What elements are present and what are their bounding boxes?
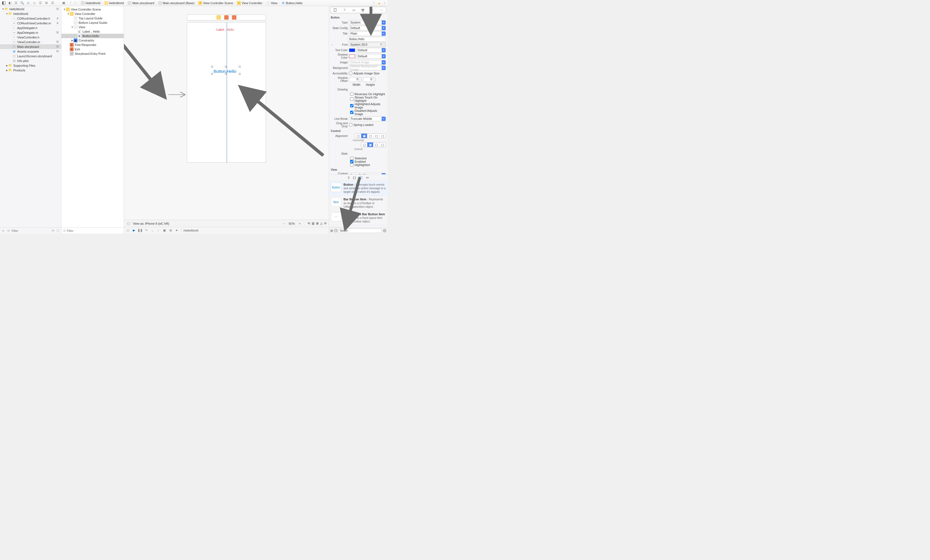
breadcrumb[interactable]: HelloWorld〉HelloWorld〉Main.storyboard〉Ma… (80, 0, 303, 6)
control-state-option[interactable]: Highlighted (350, 163, 386, 166)
step-out-icon[interactable]: ↑ (156, 228, 160, 233)
continue-icon[interactable]: ▶ (132, 228, 136, 233)
object-lib-icon[interactable]: ◯ (359, 176, 363, 179)
background-dropdown[interactable]: Default Background Image (349, 66, 386, 70)
navigator-report-icon[interactable]: ☰ (50, 1, 55, 5)
nav-row[interactable]: ▼📁HelloWorld (0, 11, 61, 16)
resolve-icon[interactable]: △ (320, 222, 322, 225)
nav-row[interactable]: mViewController.mM (0, 40, 61, 44)
nav-row[interactable]: ▶📁Products (0, 68, 61, 72)
attributes-inspector-icon[interactable] (360, 8, 366, 12)
navigator-breakpoints-icon[interactable]: ⧉ (44, 1, 49, 5)
pin-icon[interactable]: ⊞ (316, 222, 319, 225)
outline-row[interactable]: LLabel，Hello (62, 29, 124, 34)
title-dropdown[interactable]: Plain (349, 31, 386, 36)
type-dropdown[interactable]: System (349, 20, 386, 25)
help-inspector-icon[interactable]: ? (341, 8, 347, 12)
outline-row[interactable]: Bottom Layout Guide (62, 20, 124, 25)
navigator-filter-input[interactable] (12, 229, 50, 232)
line-break-dropdown[interactable]: Truncate Middle (349, 117, 386, 121)
control-state-option[interactable]: Enabled (350, 160, 386, 163)
nav-row[interactable]: hCDRootViewController.hA (0, 16, 61, 21)
outline-filter-input[interactable] (67, 229, 122, 232)
scene-device[interactable]: Label，Hello Button,Hello (187, 14, 266, 163)
breadcrumb-item[interactable]: Main.storyboard (128, 1, 154, 5)
debug-view-icon[interactable]: ▣ (162, 228, 166, 233)
update-frames-icon[interactable]: ⟳ (324, 222, 326, 225)
library-item[interactable]: ItemBar Button Item - Represents an item… (329, 195, 388, 210)
canvas-button[interactable]: Button,Hello (214, 69, 236, 74)
library-search-input[interactable] (339, 229, 382, 233)
adjusts-image-size-checkbox[interactable] (349, 72, 353, 75)
filter-icon[interactable]: ⊝ (6, 229, 11, 233)
media-lib-icon[interactable]: ▭ (366, 176, 369, 179)
library-item[interactable]: ┄┄Fixed Space Bar Button Item - Represen… (329, 210, 388, 225)
outline-row[interactable]: ▼View Controller (62, 12, 124, 16)
nav-row[interactable]: mAppDelegate.mM (0, 30, 61, 35)
scene-header[interactable] (187, 14, 266, 20)
shadow-color-dropdown[interactable]: Default (356, 54, 386, 58)
file-inspector-icon[interactable] (332, 8, 338, 12)
related-items-icon[interactable]: ▦ (62, 1, 66, 5)
library-scope-icon[interactable]: ◐ (334, 229, 338, 232)
breadcrumb-item[interactable]: Main.storyboard (Base) (158, 1, 194, 5)
library-item[interactable]: ButtonButton - Intercepts touch events a… (329, 181, 388, 195)
outline-row[interactable]: ⎋Exit (62, 47, 124, 51)
breadcrumb-item[interactable]: View (266, 1, 277, 5)
zoom-in-icon[interactable]: + (297, 222, 302, 226)
step-in-icon[interactable]: ↓ (150, 228, 154, 233)
shadow-height-stepper[interactable]: 0 (363, 77, 376, 82)
add-icon[interactable]: + (1, 229, 5, 233)
outline-row[interactable]: ▶▦Constraints (62, 38, 124, 43)
recent-filter-icon[interactable]: ◔ (51, 229, 55, 233)
first-responder-icon[interactable] (224, 15, 229, 20)
nav-back-icon[interactable]: 〈 (68, 1, 72, 5)
breadcrumb-item[interactable]: ●View Controller Scene (198, 1, 233, 5)
drawing-option[interactable]: Highlighted Adjusts Image (350, 102, 386, 109)
size-inspector-icon[interactable]: ▯ (369, 8, 375, 12)
library-grid-icon[interactable]: ▦ (330, 229, 333, 232)
scm-filter-icon[interactable]: ☐ (56, 229, 60, 233)
drawing-option[interactable]: Reverses On Highlight (350, 92, 386, 96)
navigator-files-icon[interactable] (2, 1, 6, 5)
text-color-dropdown[interactable]: Default (356, 48, 386, 52)
nav-row[interactable]: ▶📁Supporting Files (0, 63, 61, 68)
nav-row[interactable]: ▢LaunchScreen.storyboard (0, 54, 61, 58)
shadow-width-stepper[interactable]: 0 (349, 77, 362, 82)
nav-row[interactable]: ▼📁HelloWorldM (0, 7, 61, 11)
navigator-debug-icon[interactable]: ☲ (38, 1, 43, 5)
nav-row[interactable]: hViewController.h (0, 35, 61, 40)
hide-debug-icon[interactable]: ▢ (126, 228, 130, 233)
outline-row[interactable]: ▼View Controller Scene (62, 7, 124, 12)
outline-row[interactable]: →Storyboard Entry Point (62, 51, 124, 56)
crumb-next-icon[interactable]: 〉 (383, 1, 388, 5)
content-mode-dropdown[interactable]: Scale To Fill (349, 173, 386, 175)
storyboard-canvas[interactable]: Label，Hello Button,Hello (124, 6, 329, 220)
exit-icon[interactable] (232, 15, 236, 20)
outline-row[interactable]: ●First Responder (62, 43, 124, 47)
breadcrumb-item[interactable]: ●View Controller (237, 1, 262, 5)
nav-row[interactable]: ▤Info.plist (0, 58, 61, 63)
memory-graph-icon[interactable]: ⊞ (168, 228, 173, 233)
navigator-tests-icon[interactable]: ◇ (32, 1, 37, 5)
nav-row[interactable]: hAppDelegate.h (0, 25, 61, 30)
navigator-search-icon[interactable]: 🔍 (20, 1, 25, 5)
image-dropdown[interactable]: Default Image (349, 60, 386, 65)
embed-icon[interactable]: ⟲ (308, 222, 310, 225)
alignment-h-segmented[interactable]: ▢▣▢▢▢ (355, 133, 386, 138)
breadcrumb-item[interactable]: HelloWorld (81, 1, 100, 5)
nav-row[interactable]: ▢Main.storyboardM (0, 44, 61, 49)
state-config-dropdown[interactable]: Default (349, 26, 386, 31)
project-tree[interactable]: ▼📁HelloWorldM▼📁HelloWorldhCDRootViewCont… (0, 6, 61, 228)
shadow-color-swatch[interactable] (349, 54, 355, 58)
canvas-label[interactable]: Label，Hello (216, 27, 234, 32)
outline-tree[interactable]: ▼View Controller Scene▼View ControllerTo… (62, 6, 124, 228)
pause-icon[interactable]: ❚❚ (138, 228, 142, 233)
clear-search-icon[interactable]: × (383, 229, 386, 232)
view-as-label[interactable]: View as: iPhone 8 (wC hR) (133, 222, 169, 225)
crumb-prev-icon[interactable]: 〈 (371, 1, 375, 5)
text-color-swatch[interactable] (349, 48, 355, 52)
navigator-issues-icon[interactable]: ⚠ (26, 1, 31, 5)
navigator-symbols-icon[interactable]: ☰ (14, 1, 18, 5)
nav-forward-icon[interactable]: 〉 (74, 1, 78, 5)
